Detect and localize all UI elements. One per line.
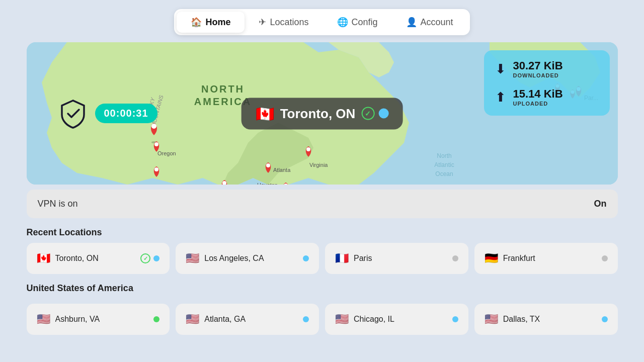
current-location-bubble[interactable]: 🇨🇦 Toronto, ON ✓ [242, 98, 403, 129]
download-stat: ⬇ 30.27 KiB DOWNLOADED [495, 59, 599, 78]
list-item[interactable]: 🇩🇪 Frankfurt [474, 243, 618, 274]
svg-point-21 [306, 147, 310, 151]
list-item[interactable]: 🇺🇸 Dallas, TX [474, 304, 618, 335]
svg-text:Oregon: Oregon [157, 150, 176, 156]
list-item[interactable]: 🇺🇸 Chicago, IL [325, 304, 468, 335]
nav-home-label: Home [205, 17, 230, 28]
download-value: 30.27 KiB [513, 59, 563, 72]
download-icon: ⬇ [495, 61, 506, 77]
vpn-bar-label: VPN is on [38, 199, 78, 209]
shield-overlay: 00:00:31 [58, 99, 157, 129]
card-flag: 🇨🇦 [37, 252, 50, 265]
nav-config-label: Config [352, 17, 378, 28]
config-icon: 🌐 [337, 17, 348, 28]
vpn-status-bar: VPN is on On [27, 190, 618, 218]
shield-icon [58, 99, 88, 129]
card-name: Dallas, TX [503, 315, 597, 324]
download-label: DOWNLOADED [513, 72, 563, 78]
upload-label: UPLOADED [513, 101, 563, 107]
connection-dot [153, 316, 159, 322]
card-flag: 🇫🇷 [335, 252, 349, 265]
connection-indicators: ✓ [361, 107, 388, 120]
connected-indicator: ✓ [140, 253, 150, 263]
current-location-flag: 🇨🇦 [256, 105, 274, 122]
svg-point-19 [266, 163, 270, 167]
card-indicators [303, 255, 309, 261]
svg-text:Atlanta: Atlanta [273, 167, 291, 173]
map-container: ROCKY MOUNTAINS NORTH AMERICA Oregon Los… [27, 42, 618, 185]
card-name: Los Angeles, CA [204, 254, 298, 263]
nav-locations-label: Locations [270, 17, 308, 28]
card-name: Frankfurt [503, 254, 597, 263]
upload-value: 15.14 KiB [513, 87, 563, 101]
card-name: Toronto, ON [55, 254, 136, 263]
connection-dot [153, 255, 159, 261]
card-name: Chicago, IL [354, 315, 447, 324]
usa-section-title: United States of America [27, 283, 618, 294]
account-icon: 👤 [406, 17, 417, 28]
connection-dot [303, 316, 309, 322]
card-flag: 🇺🇸 [485, 313, 498, 326]
list-item[interactable]: 🇺🇸 Atlanta, GA [176, 304, 319, 335]
card-indicators [452, 255, 458, 261]
card-flag: 🇺🇸 [186, 313, 199, 326]
connected-check: ✓ [361, 107, 374, 120]
list-item[interactable]: 🇺🇸 Ashburn, VA [27, 304, 170, 335]
stats-panel: ⬇ 30.27 KiB DOWNLOADED ⬆ 15.14 KiB UPLOA… [484, 50, 610, 116]
svg-text:Virginia: Virginia [309, 162, 328, 168]
card-flag: 🇺🇸 [186, 252, 199, 265]
card-indicators: ✓ [140, 253, 159, 263]
home-icon: 🏠 [191, 17, 202, 28]
usa-locations-grid: 🇺🇸 Ashburn, VA 🇺🇸 Atlanta, GA 🇺🇸 Chicago… [27, 304, 618, 335]
nav-home[interactable]: 🏠 Home [177, 12, 245, 33]
vpn-timer: 00:00:31 [95, 104, 157, 123]
card-indicators [602, 255, 608, 261]
nav-account[interactable]: 👤 Account [392, 12, 467, 33]
connection-dot [602, 255, 608, 261]
card-flag: 🇺🇸 [37, 313, 50, 326]
svg-text:North: North [437, 152, 451, 159]
svg-point-16 [154, 142, 158, 146]
navigation: 🏠 Home ✈ Locations 🌐 Config 👤 Account [174, 9, 469, 35]
card-name: Ashburn, VA [55, 315, 149, 324]
recent-locations-grid: 🇨🇦 Toronto, ON ✓ 🇺🇸 Los Angeles, CA 🇫🇷 P… [27, 243, 618, 274]
list-item[interactable]: 🇫🇷 Paris [325, 243, 468, 274]
connection-dot [452, 255, 458, 261]
card-flag: 🇺🇸 [335, 313, 349, 326]
nav-locations[interactable]: ✈ Locations [245, 12, 323, 33]
upload-stat: ⬆ 15.14 KiB UPLOADED [495, 87, 599, 107]
card-name: Atlanta, GA [204, 315, 298, 324]
svg-text:Atlantic: Atlantic [434, 161, 454, 168]
locations-icon: ✈ [259, 17, 266, 28]
nav-config[interactable]: 🌐 Config [323, 12, 392, 33]
current-location-name: Toronto, ON [280, 106, 356, 121]
svg-text:NORTH: NORTH [201, 83, 244, 95]
vpn-bar-status: On [594, 199, 607, 209]
list-item[interactable]: 🇺🇸 Los Angeles, CA [176, 243, 319, 274]
connection-dot [602, 316, 608, 322]
svg-text:Ocean: Ocean [435, 170, 453, 177]
card-name: Paris [354, 254, 447, 263]
svg-text:Houston: Houston [257, 182, 278, 185]
connection-dot [452, 316, 458, 322]
connection-dot [303, 255, 309, 261]
nav-account-label: Account [421, 17, 453, 28]
upload-icon: ⬆ [495, 89, 506, 105]
recent-locations-title: Recent Locations [27, 227, 618, 238]
card-flag: 🇩🇪 [485, 252, 498, 265]
svg-point-17 [154, 167, 158, 171]
main-content: ROCKY MOUNTAINS NORTH AMERICA Oregon Los… [27, 42, 618, 335]
list-item[interactable]: 🇨🇦 Toronto, ON ✓ [27, 243, 170, 274]
connection-dot [378, 109, 388, 119]
